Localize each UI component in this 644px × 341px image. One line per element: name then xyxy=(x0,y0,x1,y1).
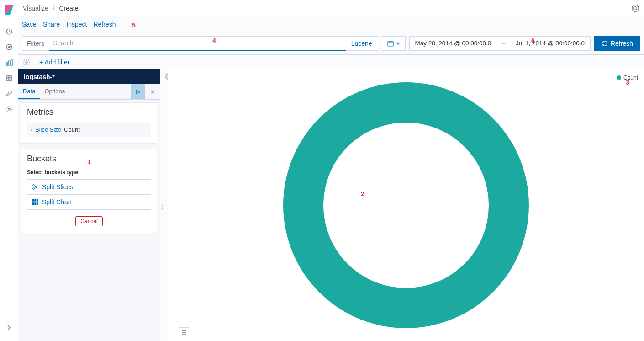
svg-rect-8 xyxy=(10,75,12,78)
metric-slice-size[interactable]: › Slice Size Count xyxy=(27,123,151,137)
svg-rect-9 xyxy=(6,79,9,81)
date-quick-select[interactable] xyxy=(382,36,406,51)
buckets-title: Buckets xyxy=(27,154,151,164)
svg-rect-18 xyxy=(32,199,34,201)
breadcrumb-separator: / xyxy=(53,5,55,12)
search-input[interactable] xyxy=(49,36,346,51)
svg-rect-22 xyxy=(34,201,36,203)
nav-recent-icon[interactable] xyxy=(5,27,14,36)
svg-point-11 xyxy=(8,108,10,110)
bucket-option-label: Split Slices xyxy=(42,183,73,191)
metrics-title: Metrics xyxy=(27,107,151,117)
nav-expand-icon[interactable] xyxy=(5,323,14,332)
svg-rect-14 xyxy=(388,41,393,46)
tab-options[interactable]: Options xyxy=(40,84,69,99)
refresh-link[interactable]: Refresh xyxy=(93,21,116,28)
svg-point-28 xyxy=(303,102,509,308)
help-icon[interactable] xyxy=(631,4,639,12)
svg-rect-6 xyxy=(11,60,12,65)
date-range-picker[interactable]: May 28, 2014 @ 00:00:00.0 → Jul 1, 2014 … xyxy=(409,36,591,51)
donut-chart xyxy=(283,82,529,329)
breadcrumb-parent[interactable]: Visualize xyxy=(23,5,48,12)
toolbar: Save Share Inspect Refresh xyxy=(18,16,644,32)
date-to: Jul 1, 2014 @ 00:00:00.0 xyxy=(516,40,585,47)
inspect-button[interactable]: Inspect xyxy=(66,21,87,28)
breadcrumb: Visualize / Create xyxy=(23,5,78,12)
svg-point-17 xyxy=(33,188,35,190)
kibana-logo[interactable] xyxy=(4,5,15,16)
bucket-split-chart[interactable]: Split Chart xyxy=(27,195,151,210)
cancel-button[interactable]: Cancel xyxy=(75,216,102,226)
discard-changes-button[interactable] xyxy=(145,84,160,99)
bucket-option-label: Split Chart xyxy=(42,198,72,206)
svg-point-3 xyxy=(6,44,12,50)
global-nav-rail xyxy=(0,0,18,341)
tab-data[interactable]: Data xyxy=(18,84,40,99)
svg-rect-24 xyxy=(32,203,34,205)
grid-icon xyxy=(32,199,38,205)
breadcrumb-current: Create xyxy=(59,5,78,12)
nav-management-icon[interactable] xyxy=(5,105,14,114)
filters-label[interactable]: Filters xyxy=(22,36,49,51)
svg-point-16 xyxy=(33,185,35,186)
chart-legend[interactable]: Count xyxy=(617,75,638,81)
svg-rect-25 xyxy=(34,203,36,205)
refresh-button-label: Refresh xyxy=(611,40,633,47)
nav-discover-icon[interactable] xyxy=(5,43,14,52)
svg-point-12 xyxy=(632,5,639,11)
nav-visualize-icon[interactable] xyxy=(5,58,14,67)
svg-rect-23 xyxy=(37,201,38,203)
sidebar-tabs: Data Options xyxy=(18,84,160,100)
bucket-split-slices[interactable]: Split Slices xyxy=(27,179,151,195)
visualization-canvas: Count xyxy=(168,69,644,341)
refresh-button[interactable]: Refresh xyxy=(594,36,640,51)
svg-rect-19 xyxy=(34,199,36,201)
svg-point-15 xyxy=(26,61,27,63)
date-arrow-icon: → xyxy=(500,40,507,47)
buckets-panel: Buckets Select buckets type Split Slices… xyxy=(21,149,157,233)
svg-rect-7 xyxy=(6,75,9,78)
svg-rect-20 xyxy=(37,199,38,201)
svg-rect-21 xyxy=(32,201,34,203)
chevron-right-icon: › xyxy=(31,127,32,133)
nav-devtools-icon[interactable] xyxy=(5,89,14,98)
save-button[interactable]: Save xyxy=(22,21,37,28)
buckets-prompt: Select buckets type xyxy=(27,169,151,176)
query-bar: Filters Lucene May 28, 2014 @ 00:00:00.0… xyxy=(18,32,644,55)
legend-toggle-button[interactable] xyxy=(179,327,189,337)
filter-options-icon[interactable] xyxy=(23,59,30,66)
nav-dashboard-icon[interactable] xyxy=(5,74,14,83)
metric-label: Slice Size xyxy=(35,126,61,133)
filter-bar: + Add filter xyxy=(18,55,644,69)
svg-rect-26 xyxy=(37,203,38,205)
legend-swatch xyxy=(617,75,621,80)
date-from: May 28, 2014 @ 00:00:00.0 xyxy=(415,40,491,47)
resize-handle[interactable]: ⋮ xyxy=(159,203,165,210)
header-bar: Visualize / Create xyxy=(18,0,644,16)
svg-rect-4 xyxy=(6,63,8,65)
svg-rect-10 xyxy=(10,79,12,81)
metric-value: Count xyxy=(64,126,80,133)
query-syntax-switch[interactable]: Lucene xyxy=(346,36,378,51)
editor-sidebar: logstash-* Data Options Metrics › Slice … xyxy=(18,69,160,341)
apply-changes-button[interactable] xyxy=(131,84,145,99)
svg-rect-5 xyxy=(9,61,10,65)
add-filter-button[interactable]: + Add filter xyxy=(39,59,70,66)
legend-label: Count xyxy=(623,75,638,81)
svg-point-13 xyxy=(634,6,637,10)
index-pattern-selector[interactable]: logstash-* xyxy=(18,69,160,84)
share-button[interactable]: Share xyxy=(43,21,60,28)
scissors-icon xyxy=(32,184,38,190)
metrics-panel: Metrics › Slice Size Count xyxy=(21,102,157,144)
